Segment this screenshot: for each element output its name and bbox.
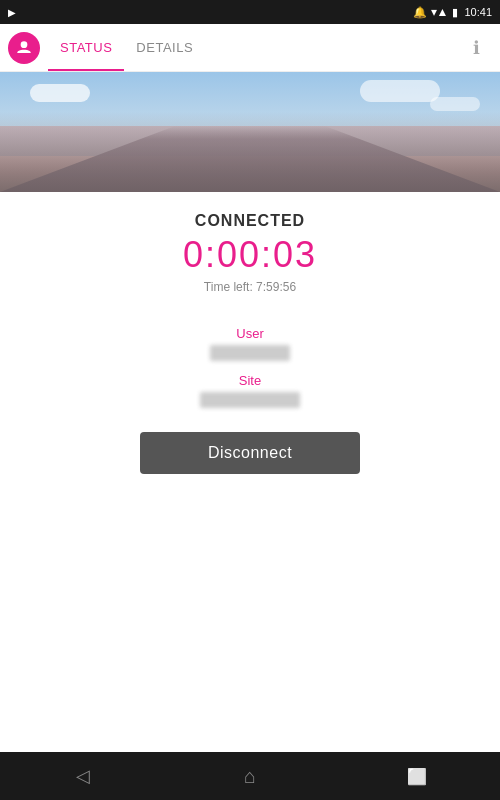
main-content: CONNECTED 0:00:03 Time left: 7:59:56 Use… [0, 192, 500, 752]
home-button[interactable]: ⌂ [226, 752, 274, 800]
tab-status[interactable]: STATUS [48, 24, 124, 71]
nav-bar: ◁ ⌂ ⬜ [0, 752, 500, 800]
disconnect-button[interactable]: Disconnect [140, 432, 360, 474]
user-label: User [236, 326, 263, 341]
app-icon [8, 32, 40, 64]
wifi-icon: ▾▲ [431, 5, 449, 19]
status-bar: ▶ 🔔 ▾▲ ▮ 10:41 [0, 0, 500, 24]
cloud-3 [430, 97, 480, 111]
time-left: Time left: 7:59:56 [204, 280, 296, 294]
tab-bar: STATUS DETAILS [48, 24, 460, 71]
info-section: User Site [16, 318, 484, 408]
hero-image [0, 72, 500, 192]
road-perspective [0, 112, 500, 192]
alarm-icon: 🔔 [413, 6, 427, 19]
vpn-icon [14, 38, 34, 58]
clock: 10:41 [464, 6, 492, 18]
home-icon: ⌂ [244, 765, 256, 788]
site-value [200, 392, 300, 408]
recents-icon: ⬜ [407, 767, 427, 786]
timer-display: 0:00:03 [183, 234, 317, 276]
status-bar-left: ▶ [8, 7, 16, 18]
tab-details[interactable]: DETAILS [124, 24, 205, 71]
info-icon[interactable]: ℹ [460, 32, 492, 64]
top-bar: STATUS DETAILS ℹ [0, 24, 500, 72]
site-label: Site [239, 373, 261, 388]
user-value [210, 345, 290, 361]
svg-point-0 [21, 41, 28, 48]
app-container: STATUS DETAILS ℹ CONNECTED 0:00:03 Time … [0, 24, 500, 800]
battery-icon: ▮ [452, 6, 458, 19]
status-bar-right: 🔔 ▾▲ ▮ 10:41 [413, 5, 492, 19]
cloud-2 [360, 80, 440, 102]
connected-label: CONNECTED [195, 212, 305, 230]
recents-button[interactable]: ⬜ [393, 752, 441, 800]
cloud-1 [30, 84, 90, 102]
back-button[interactable]: ◁ [59, 752, 107, 800]
android-icon: ▶ [8, 7, 16, 18]
